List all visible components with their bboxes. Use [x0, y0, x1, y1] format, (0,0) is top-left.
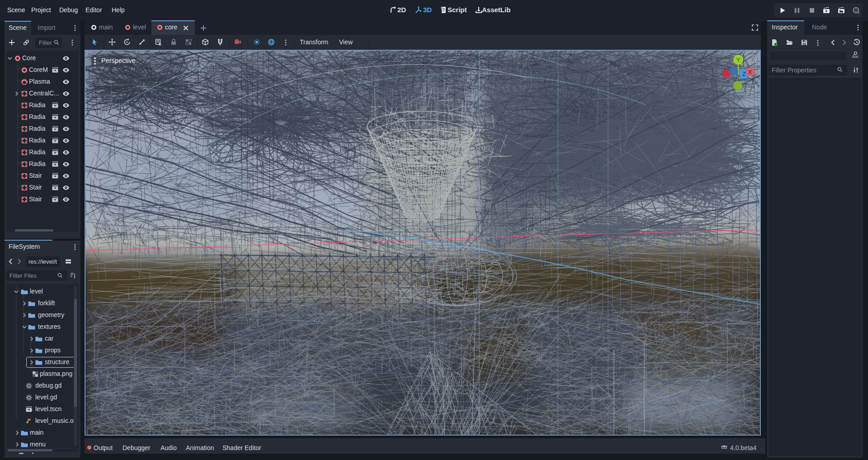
- svg-text:DOC: DOC: [852, 55, 859, 58]
- svg-text:X: X: [748, 69, 752, 76]
- svg-text:Z: Z: [742, 71, 746, 77]
- svg-text:Y: Y: [736, 57, 741, 63]
